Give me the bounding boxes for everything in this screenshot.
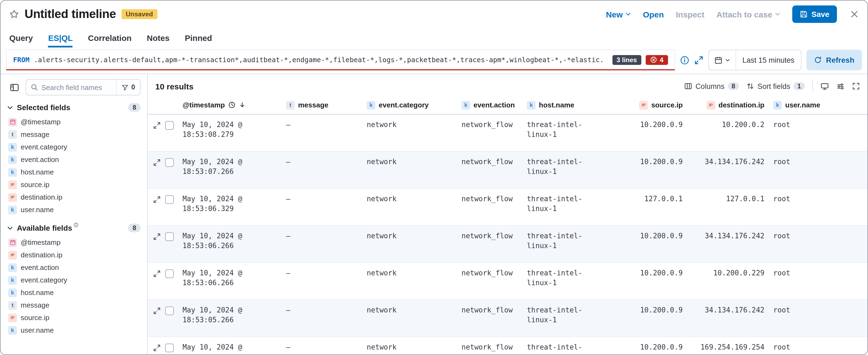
- columns-button[interactable]: Columns 8: [685, 82, 739, 90]
- field-name: @timestamp: [21, 238, 60, 246]
- keyword-field-icon: k: [773, 100, 782, 109]
- row-checkbox[interactable]: [165, 158, 174, 167]
- field-item[interactable]: kevent.category: [7, 274, 141, 286]
- column-header-action[interactable]: kevent.action: [457, 96, 523, 114]
- column-header-label: destination.ip: [718, 101, 765, 109]
- field-item[interactable]: tmessage: [7, 128, 141, 141]
- timeline-header: Untitled timeline Unsaved New Open Inspe…: [1, 1, 867, 28]
- fullscreen-icon[interactable]: [852, 82, 860, 90]
- field-item[interactable]: @timestamp: [7, 116, 141, 128]
- column-header-category[interactable]: kevent.category: [362, 96, 457, 114]
- field-item[interactable]: IPsource.ip: [7, 312, 141, 324]
- sort-descending-icon[interactable]: [238, 101, 245, 109]
- cell-host-name: threat-intel-: [523, 343, 624, 352]
- cell-source-ip: 10.200.0.9: [624, 305, 687, 315]
- cell-user-name: root: [769, 343, 867, 352]
- calendar-icon: [714, 56, 722, 64]
- row-density-icon[interactable]: [836, 82, 844, 90]
- keyword-field-icon: k: [367, 100, 375, 109]
- cell-value: May 10, 2024 @: [183, 120, 277, 130]
- expand-event-icon[interactable]: [153, 344, 161, 352]
- expand-event-icon[interactable]: [153, 270, 161, 277]
- field-item[interactable]: @timestamp: [7, 236, 141, 249]
- time-range-display[interactable]: Last 15 minutes: [736, 56, 801, 64]
- display-options-icon[interactable]: [820, 82, 829, 90]
- field-item[interactable]: IPdestination.ip: [7, 191, 141, 203]
- row-checkbox[interactable]: [165, 269, 174, 278]
- sort-fields-button[interactable]: Sort fields 1: [747, 82, 805, 90]
- cell-value: May 10, 2024 @: [183, 231, 277, 241]
- tab-correlation[interactable]: Correlation: [88, 33, 132, 48]
- date-field-icon: [8, 238, 17, 247]
- cell-user-name: root: [769, 157, 867, 167]
- field-item[interactable]: kevent.category: [7, 141, 141, 153]
- column-header-dip[interactable]: IPdestination.ip: [687, 96, 769, 114]
- field-item[interactable]: khost.name: [7, 286, 141, 299]
- field-item[interactable]: tmessage: [7, 299, 141, 312]
- expand-editor-icon[interactable]: [694, 55, 703, 65]
- selected-fields-header[interactable]: Selected fields 8: [7, 103, 141, 112]
- search-field-names-input[interactable]: [38, 83, 116, 91]
- error-count-badge[interactable]: 4: [646, 55, 668, 65]
- expand-event-icon[interactable]: [153, 233, 161, 240]
- close-icon[interactable]: [850, 10, 859, 19]
- toolbar-separator: [812, 81, 813, 92]
- column-header-timestamp[interactable]: @timestamp: [178, 96, 282, 114]
- row-checkbox[interactable]: [165, 306, 174, 315]
- column-header-label: event.action: [473, 101, 515, 109]
- new-button[interactable]: New: [606, 9, 631, 19]
- selected-fields-count: 8: [128, 103, 141, 112]
- tab-pinned[interactable]: Pinned: [185, 33, 212, 48]
- row-checkbox[interactable]: [165, 195, 174, 204]
- column-header-controls: [148, 96, 178, 114]
- refresh-button[interactable]: Refresh: [806, 50, 862, 70]
- open-button[interactable]: Open: [643, 9, 664, 19]
- column-header-host[interactable]: khost.name: [523, 96, 624, 114]
- cell-user-name: root: [769, 268, 867, 278]
- field-item[interactable]: IPsource.ip: [7, 178, 141, 191]
- field-item[interactable]: kuser.name: [7, 203, 141, 216]
- field-item[interactable]: khost.name: [7, 166, 141, 178]
- filter-count: 0: [131, 83, 135, 91]
- field-item[interactable]: kuser.name: [7, 324, 141, 336]
- cell-value: network: [367, 231, 453, 241]
- expand-event-icon[interactable]: [153, 159, 161, 166]
- save-button[interactable]: Save: [793, 5, 837, 23]
- cell-value: threat-intel-: [527, 343, 620, 352]
- cell-destination-ip: 34.134.176.242: [687, 157, 769, 167]
- cell-source-ip: 10.200.0.9: [624, 120, 687, 130]
- keyword-field-icon: k: [8, 263, 17, 272]
- column-header-sip[interactable]: IPsource.ip: [624, 96, 687, 114]
- row-checkbox[interactable]: [165, 121, 174, 130]
- clock-icon: [228, 101, 235, 109]
- expand-event-icon[interactable]: [153, 307, 161, 315]
- inspect-button[interactable]: Inspect: [676, 9, 704, 19]
- ip-field-icon: IP: [8, 313, 17, 322]
- field-name: event.action: [21, 263, 59, 272]
- cell-host-name: threat-intel-linux-1: [523, 305, 624, 325]
- save-button-label: Save: [812, 10, 829, 19]
- tab-query[interactable]: Query: [9, 33, 33, 48]
- star-icon[interactable]: [9, 9, 19, 19]
- expand-event-icon[interactable]: [153, 122, 161, 129]
- column-header-message[interactable]: tmessage: [282, 96, 362, 114]
- query-info-icon[interactable]: [680, 55, 689, 65]
- field-filter-button[interactable]: 0: [116, 80, 140, 95]
- field-item[interactable]: kevent.action: [7, 153, 141, 166]
- expand-event-icon[interactable]: [153, 196, 161, 203]
- field-item[interactable]: kevent.action: [7, 261, 141, 274]
- date-quick-select-button[interactable]: [709, 50, 736, 70]
- column-header-user[interactable]: kuser.name: [769, 96, 867, 114]
- esql-query-input[interactable]: FROM .alerts-security.alerts-default,apm…: [6, 50, 675, 70]
- cell-value: 10.200.0.9: [628, 120, 683, 130]
- attach-to-case-button[interactable]: Attach to case: [716, 9, 780, 19]
- available-fields-header[interactable]: Available fields 8: [7, 224, 141, 232]
- row-checkbox[interactable]: [165, 344, 174, 352]
- cell-destination-ip: 34.134.176.242: [687, 305, 769, 315]
- sidebar-toggle-icon[interactable]: [7, 80, 21, 94]
- tab-notes[interactable]: Notes: [147, 33, 169, 48]
- tab-esql[interactable]: ES|QL: [48, 33, 73, 48]
- field-item[interactable]: IPdestination.ip: [7, 249, 141, 261]
- row-checkbox[interactable]: [165, 232, 174, 241]
- cell-value: 127.0.0.1: [691, 194, 765, 204]
